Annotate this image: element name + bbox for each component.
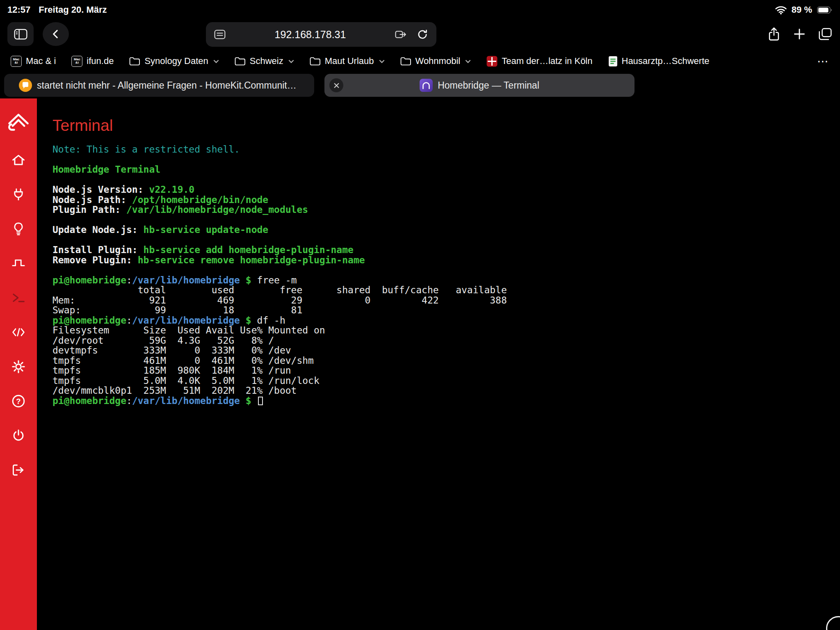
terminal-output[interactable]: Note: This is a restricted shell.Homebri… [52, 144, 832, 630]
terminal-line: Node.js Version: v22.19.0 [52, 185, 832, 195]
bookmark-label: Wohnmobil [415, 56, 461, 66]
new-tab-icon[interactable] [793, 28, 806, 40]
power-icon [12, 429, 25, 442]
date: Freitag 20. März [39, 5, 107, 15]
terminal-line: devtmpfs 333M 0 333M 0% /dev [52, 345, 832, 356]
grid-red-icon [486, 56, 498, 67]
url-field[interactable]: 192.168.178.31 [206, 22, 436, 47]
safari-toolbar: 192.168.178.31 [0, 20, 840, 50]
bookmark-icon-slot [486, 56, 498, 67]
sidebar-item-logout[interactable] [0, 453, 37, 487]
terminal-line: pi@homebridge:/var/lib/homebridge $ [52, 396, 832, 406]
terminal-line: Install Plugin: hb-service add homebridg… [52, 245, 832, 255]
bookmark-item[interactable]: Synology Daten [129, 56, 219, 66]
terminal-line: tmpfs 185M 980K 184M 1% /run [52, 365, 832, 376]
logout-icon [12, 464, 25, 476]
back-button[interactable] [43, 22, 69, 46]
sidebar-item-pulse[interactable] [0, 246, 37, 281]
terminal-page: Terminal Note: This is a restricted shel… [37, 98, 840, 630]
homebridge-favicon [420, 79, 433, 92]
terminal-line: Plugin Path: /var/lib/homebridge/node_mo… [52, 205, 832, 215]
back-icon [50, 28, 61, 40]
folder-icon [129, 57, 140, 66]
sidebar-item-settings[interactable] [0, 349, 37, 384]
tab-homebridge-terminal[interactable]: Homebridge — Terminal [324, 74, 635, 97]
terminal-line: Node.js Path: /opt/homebridge/bin/node [52, 195, 832, 205]
tabs-icon[interactable] [819, 28, 832, 40]
extension-icon[interactable] [395, 29, 407, 40]
close-icon [333, 82, 340, 89]
community-favicon [19, 79, 32, 92]
homebridge-sidebar: ? [0, 98, 37, 630]
tab-homekit-community[interactable]: startet nicht mehr - Allgemeine Fragen -… [4, 74, 314, 97]
plug-icon [12, 188, 25, 201]
tab-bar: startet nicht mehr - Allgemeine Fragen -… [4, 74, 635, 98]
tab-title: Homebridge — Terminal [438, 80, 539, 91]
sidebar-toggle-button[interactable] [7, 22, 34, 46]
bookmarks-bar: Mac &i Mac & i Mac &i ifun.de Synology D… [0, 51, 840, 71]
bookmark-item[interactable]: Mac &i ifun.de [71, 56, 114, 67]
sidebar-item-plug[interactable] [0, 177, 37, 212]
share-icon[interactable] [768, 27, 780, 41]
clock: 12:57 [7, 5, 30, 15]
chevron-down-icon [288, 59, 294, 63]
terminal-line [52, 265, 832, 275]
bookmark-item[interactable]: Hausarztp…Schwerte [608, 56, 710, 67]
reload-icon[interactable] [417, 29, 428, 40]
terminal-line: total used free shared buff/cache availa… [52, 285, 832, 295]
terminal-line: Update Node.js: hb-service update-node [52, 225, 832, 235]
sidebar-item-power[interactable] [0, 418, 37, 453]
bookmark-label: Hausarztp…Schwerte [622, 56, 710, 66]
gear-icon [12, 360, 25, 373]
bookmark-item[interactable]: Mac &i Mac & i [11, 56, 56, 67]
folder-icon [400, 57, 411, 66]
sidebar-item-lightbulb[interactable] [0, 212, 37, 246]
bookmark-icon-slot: Mac &i [71, 56, 82, 67]
url-text[interactable]: 192.168.178.31 [226, 29, 395, 41]
homebridge-logo [7, 98, 30, 138]
folder-icon [235, 57, 246, 66]
tab-close-button[interactable] [329, 78, 343, 92]
terminal-icon [11, 292, 25, 304]
folder-icon [310, 57, 321, 66]
terminal-line: tmpfs 461M 0 461M 0% /dev/shm [52, 356, 832, 366]
bookmark-item[interactable]: Team der…latz in Köln [486, 56, 592, 67]
tab-title: startet nicht mehr - Allgemeine Fragen -… [37, 80, 299, 91]
terminal-line: Note: This is a restricted shell. [52, 144, 832, 155]
status-bar: 12:57 Freitag 20. März 89 % [0, 0, 840, 20]
bookmark-item[interactable]: Maut Urlaub [310, 56, 385, 66]
bookmark-label: Maut Urlaub [325, 56, 374, 66]
sidebar-item-terminal[interactable] [0, 281, 37, 315]
home-icon [11, 154, 25, 166]
bookmark-label: ifun.de [87, 56, 114, 66]
doc-green-icon [608, 56, 618, 67]
terminal-line [52, 215, 832, 225]
terminal-line: Remove Plugin: hb-service remove homebri… [52, 255, 832, 265]
svg-text:?: ? [16, 397, 21, 406]
macandi-icon: Mac &i [71, 56, 82, 67]
terminal-line: pi@homebridge:/var/lib/homebridge $ free… [52, 275, 832, 285]
terminal-line: Mem: 921 469 29 0 422 388 [52, 295, 832, 306]
chevron-down-icon [379, 59, 385, 63]
sidebar-item-home[interactable] [0, 143, 37, 177]
bookmark-chevron-slot [288, 59, 294, 63]
page-title: Terminal [52, 116, 113, 135]
homebridge-page: ? Terminal Note: This is a restricted sh… [0, 98, 840, 630]
bookmark-icon-slot: Mac &i [11, 56, 22, 67]
terminal-line [52, 235, 832, 245]
lightbulb-icon [12, 222, 25, 236]
reader-icon[interactable] [214, 30, 226, 39]
terminal-line: Filesystem Size Used Avail Use% Mounted … [52, 325, 832, 336]
bookmark-item[interactable]: Wohnmobil [400, 56, 471, 66]
terminal-line: /dev/mmcblk0p1 253M 51M 202M 21% /boot [52, 386, 832, 396]
sidebar-item-help[interactable]: ? [0, 384, 37, 418]
terminal-line: Swap: 99 18 81 [52, 305, 832, 315]
bookmarks-more-button[interactable]: ⋯ [817, 55, 829, 68]
question-icon: ? [12, 395, 25, 408]
bookmark-icon-slot [400, 57, 411, 66]
bookmark-item[interactable]: Schweiz [235, 56, 294, 66]
chevron-down-icon [213, 59, 219, 63]
bookmark-chevron-slot [213, 59, 219, 63]
sidebar-item-code[interactable] [0, 315, 37, 349]
terminal-line: pi@homebridge:/var/lib/homebridge $ df -… [52, 315, 832, 326]
